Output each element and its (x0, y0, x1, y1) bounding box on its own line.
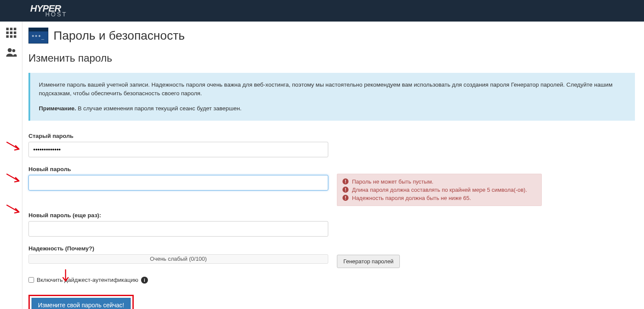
svg-rect-4 (10, 31, 13, 34)
new-password-row: Новый пароль Пароль не может быть пустым… (28, 166, 635, 206)
info-text: Измените пароль вашей учетной записи. На… (39, 81, 626, 98)
help-icon[interactable]: i (141, 277, 148, 284)
page-title: Пароль и безопасность (53, 29, 185, 43)
page-title-row: Пароль и безопасность (28, 28, 635, 44)
info-callout: Измените пароль вашей учетной записи. На… (28, 73, 635, 121)
svg-rect-6 (6, 35, 9, 38)
old-password-input[interactable] (28, 142, 328, 157)
old-password-label: Старый пароль (28, 133, 635, 139)
error-icon (342, 178, 349, 184)
confirm-password-label: Новый пароль (еще раз): (28, 212, 635, 218)
strength-label: Надежность (Почему?) (28, 245, 328, 252)
error-text: Надежность пароля должна быть не ниже 65… (352, 195, 471, 201)
strength-meter-text: Очень слабый (0/100) (150, 256, 207, 262)
svg-rect-1 (10, 28, 13, 30)
apps-grid-icon[interactable] (5, 27, 17, 40)
password-generator-button[interactable]: Генератор паролей (337, 255, 400, 268)
svg-point-9 (7, 48, 11, 52)
section-title: Изменить пароль (28, 52, 635, 64)
strength-row: Надежность (Почему?) Очень слабый (0/100… (28, 245, 635, 268)
submit-highlight-box: Измените свой пароль сейчас! (28, 295, 134, 309)
password-icon (28, 28, 48, 44)
error-box: Пароль не может быть пустым. Длина парол… (337, 174, 542, 206)
info-note-label: Примечание. (39, 105, 76, 112)
svg-point-10 (12, 49, 15, 52)
error-text: Пароль не может быть пустым. (352, 178, 434, 185)
svg-rect-5 (13, 31, 16, 34)
users-icon[interactable] (5, 46, 17, 59)
top-header: HYPER HOST (0, 0, 644, 22)
error-item: Надежность пароля должна быть не ниже 65… (342, 194, 536, 202)
error-item: Длина пароля должна составлять по крайне… (342, 186, 536, 194)
confirm-password-input[interactable] (28, 221, 328, 237)
digest-auth-label: Включить дайджест-аутентификацию (37, 277, 138, 283)
logo: HYPER HOST (30, 5, 67, 17)
strength-meter: Очень слабый (0/100) (28, 254, 328, 264)
old-password-row: Старый пароль (28, 133, 635, 157)
error-icon (342, 195, 349, 201)
error-item: Пароль не может быть пустым. (342, 178, 536, 186)
error-text: Длина пароля должна составлять по крайне… (352, 187, 527, 193)
error-icon (342, 187, 349, 193)
digest-auth-row: Включить дайджест-аутентификацию i (28, 277, 635, 284)
layout: Пароль и безопасность Изменить пароль Из… (0, 22, 644, 309)
new-password-label: Новый пароль (28, 166, 328, 172)
svg-rect-3 (6, 31, 9, 34)
digest-auth-checkbox[interactable] (28, 277, 34, 283)
svg-rect-2 (13, 28, 16, 30)
confirm-password-row: Новый пароль (еще раз): (28, 212, 635, 237)
main-content: Пароль и безопасность Изменить пароль Из… (22, 22, 644, 309)
side-nav (0, 22, 22, 309)
info-note-text: В случае изменения пароля текущий сеанс … (76, 105, 242, 112)
change-password-submit-button[interactable]: Измените свой пароль сейчас! (31, 298, 131, 309)
info-note: Примечание. В случае изменения пароля те… (39, 104, 626, 113)
svg-rect-8 (13, 35, 16, 38)
svg-rect-7 (10, 35, 13, 38)
svg-rect-0 (6, 28, 9, 30)
new-password-input[interactable] (28, 175, 328, 190)
